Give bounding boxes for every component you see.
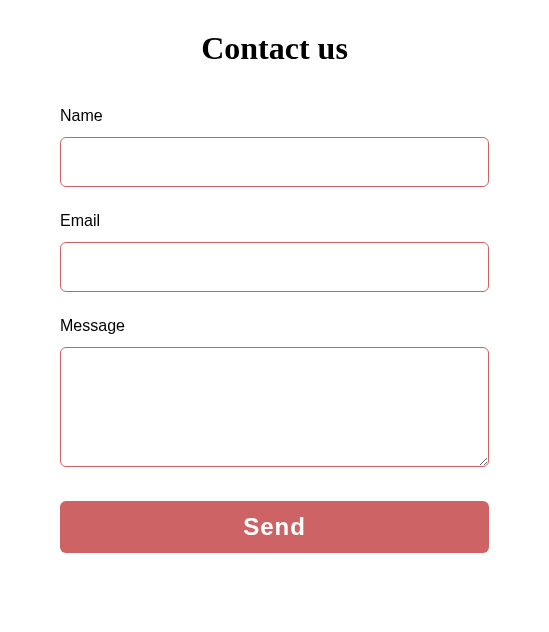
name-input[interactable] xyxy=(60,137,489,187)
message-textarea[interactable] xyxy=(60,347,489,467)
page-title: Contact us xyxy=(60,30,489,67)
message-field-group: Message xyxy=(60,317,489,471)
message-label: Message xyxy=(60,317,489,335)
name-label: Name xyxy=(60,107,489,125)
email-label: Email xyxy=(60,212,489,230)
send-button[interactable]: Send xyxy=(60,501,489,553)
email-field-group: Email xyxy=(60,212,489,292)
email-input[interactable] xyxy=(60,242,489,292)
contact-form: Name Email Message Send xyxy=(60,107,489,553)
name-field-group: Name xyxy=(60,107,489,187)
